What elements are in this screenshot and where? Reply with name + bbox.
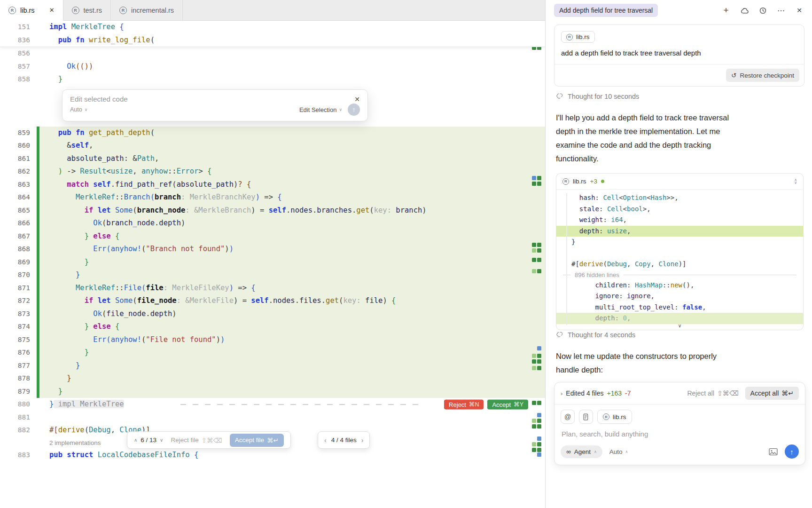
diff-marker — [532, 354, 541, 358]
lines-removed: -7 — [625, 389, 631, 397]
composer-input[interactable]: Plan, search, build anything — [554, 424, 805, 438]
context-file-chip[interactable]: R lib.rs — [561, 31, 595, 43]
diff-marker — [532, 176, 541, 180]
editor-code-line: 881 — [0, 411, 545, 424]
chevron-down-icon: ∨ — [85, 107, 88, 112]
files-nav-toolbar: ‹ 4 / 4 files › — [318, 431, 370, 449]
editor-code-line: 872 if let Some(file_node: &MerkleFile) … — [0, 294, 545, 308]
attach-file-button[interactable] — [579, 410, 593, 424]
editor-code-line: 836 pub fn write_log_file( — [0, 34, 545, 47]
accept-file-button[interactable]: Accept file⌘↵ — [230, 434, 284, 447]
context-file-chip[interactable]: R lib.rs — [597, 410, 632, 424]
edited-files-label[interactable]: Edited 4 files — [566, 389, 603, 397]
editor-code-line: 866 Ok(branch_node.depth) — [0, 217, 545, 230]
reject-all-button[interactable]: Reject all⇧⌘⌫ — [687, 389, 738, 397]
editor-code-line: 861 absolute_path: &Path, — [0, 152, 545, 166]
tab-label: lib.rs — [20, 7, 35, 14]
diff-marker — [532, 424, 541, 429]
edited-file-card: R lib.rs +3 ∧∨ hash: Cell<Option<Hash>>,… — [556, 173, 804, 330]
sticky-header-lines: 151impl MerkleTree {836 pub fn write_log… — [0, 21, 545, 47]
diff-marker — [532, 448, 541, 452]
agent-mode-selector[interactable]: ∞ Agent ∧ — [561, 445, 602, 458]
reject-file-button[interactable]: Reject file⇧⌘⌫ — [171, 437, 222, 444]
editor-code-line: 856 — [0, 47, 545, 60]
image-attach-icon[interactable] — [769, 448, 778, 456]
history-icon[interactable] — [758, 6, 767, 15]
tab-label: test.rs — [84, 7, 102, 14]
reject-hunk-button[interactable]: Reject⌘N — [444, 399, 484, 409]
diff-marker — [532, 248, 541, 253]
tab-lib-rs[interactable]: R lib.rs ✕ — [0, 0, 63, 21]
rust-file-icon: R — [119, 7, 127, 14]
accept-hunk-button[interactable]: Accept⌘Y — [487, 399, 528, 409]
send-button[interactable]: ↑ — [785, 444, 799, 459]
close-panel-icon[interactable]: ✕ — [795, 6, 804, 15]
chevron-up-icon[interactable]: ∧ — [134, 437, 137, 443]
tab-test-rs[interactable]: R test.rs — [63, 0, 111, 20]
restore-checkpoint-button[interactable]: ↺ Restore checkpoint — [726, 69, 799, 82]
infinity-icon: ∞ — [566, 448, 571, 455]
diff-code-line: multi_root_top_level: false, — [556, 302, 803, 313]
rust-file-icon: R — [566, 34, 573, 40]
diff-code-line: #[derive(Debug, Copy, Clone)] — [556, 259, 803, 270]
edit-selection-dropdown[interactable]: Edit Selection∨ — [299, 106, 342, 113]
chevron-left-icon[interactable]: ‹ — [324, 437, 327, 444]
model-selector[interactable]: Auto∨ — [70, 106, 87, 113]
hunk-counter: 6 / 13 — [141, 437, 156, 444]
editor-code-line: 877 } — [0, 359, 545, 373]
thread-title[interactable]: Add depth field for tree traversal — [554, 4, 658, 17]
editor-code-line: 858 } — [0, 73, 545, 86]
composer-card: › Edited 4 files +163 -7 Reject all⇧⌘⌫ A… — [554, 382, 805, 465]
diff-marker — [532, 182, 541, 186]
chevron-up-icon: ∧ — [594, 450, 597, 454]
lines-added: +163 — [607, 389, 622, 397]
diff-marker — [532, 442, 541, 446]
chevron-down-icon[interactable]: ∨ — [160, 437, 163, 443]
editor-code-line: 879 } — [0, 385, 545, 398]
edited-file-name[interactable]: lib.rs — [573, 178, 586, 185]
new-thread-icon[interactable]: + — [722, 6, 730, 15]
rust-file-icon: R — [72, 7, 79, 14]
more-options-icon[interactable]: ⋯ — [777, 6, 785, 15]
chevron-down-icon: ∨ — [339, 107, 342, 112]
cloud-icon[interactable] — [740, 6, 749, 15]
editor-code-line: 878 } — [0, 372, 545, 385]
close-icon[interactable]: ✕ — [49, 7, 55, 14]
chevron-right-icon[interactable]: › — [561, 390, 562, 397]
app-window: R lib.rs ✕ R test.rs R incremental.rs 15… — [0, 0, 812, 508]
diff-marker — [532, 366, 541, 370]
diff-code-line: children: HashMap::new(), — [556, 280, 803, 291]
model-mode-selector[interactable]: Auto ∧ — [609, 448, 628, 455]
diff-nav-toolbar: ∧ 6 / 13 ∨ Reject file⇧⌘⌫ Accept file⌘↵ — [127, 431, 291, 449]
diff-marker — [532, 401, 541, 405]
thought-row[interactable]: Thought for 4 seconds — [556, 331, 635, 339]
diff-marker — [537, 452, 541, 457]
chevron-down-icon[interactable]: ∨ — [678, 323, 681, 329]
editor-pane: R lib.rs ✕ R test.rs R incremental.rs 15… — [0, 0, 545, 508]
diff-preview[interactable]: hash: Cell<Option<Hash>>, stale: Cell<bo… — [556, 189, 803, 330]
editor-code-line: 876 } — [0, 346, 545, 359]
accept-all-button[interactable]: Accept all⌘↵ — [745, 387, 799, 400]
thought-row[interactable]: Thought for 10 seconds — [556, 93, 639, 100]
diff-code-line: ignore: ignore, — [556, 291, 803, 302]
editor-code-line: 873 Ok(file_node.depth) — [0, 308, 545, 321]
at-icon: @ — [564, 413, 571, 421]
diff-code-line — [556, 248, 803, 259]
diff-marker — [532, 419, 541, 423]
hidden-lines-divider[interactable]: 896 hidden lines — [556, 270, 803, 280]
tab-incremental-rs[interactable]: R incremental.rs — [111, 0, 183, 20]
expand-icon[interactable]: ∧∨ — [794, 179, 797, 184]
assistant-message: Now let me update the constructors to pr… — [556, 349, 773, 377]
user-message-card: R lib.rs add a depth field to track tree… — [554, 24, 804, 87]
diff-marker — [537, 346, 541, 350]
inline-edit-input[interactable]: Edit selected code — [70, 95, 128, 103]
editor-code-line: 870 } — [0, 269, 545, 282]
diff-marker — [532, 258, 541, 262]
mention-button[interactable]: @ — [561, 410, 575, 424]
chevron-right-icon[interactable]: › — [361, 437, 364, 444]
close-icon[interactable]: ✕ — [354, 95, 360, 103]
file-icon — [583, 413, 589, 421]
submit-edit-button[interactable]: ↑ — [348, 103, 360, 116]
rust-file-icon: R — [603, 413, 609, 420]
diff-code-line: } — [556, 237, 803, 248]
